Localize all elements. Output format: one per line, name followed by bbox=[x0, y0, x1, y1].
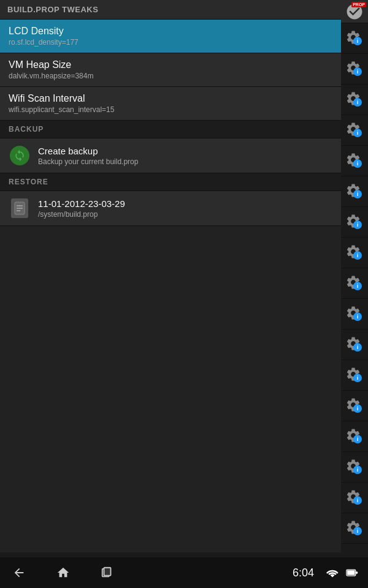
sidebar-gear-7[interactable]: i bbox=[341, 207, 368, 238]
sidebar-gear-17[interactable]: i bbox=[341, 513, 368, 544]
info-badge-15: i bbox=[353, 466, 362, 474]
menu-item-lcd-density[interactable]: LCD Density ro.sf.lcd_density=177 bbox=[0, 20, 341, 53]
gear-icon-17: i bbox=[345, 519, 364, 538]
backup-text-block: Create backup Backup your current build.… bbox=[38, 146, 332, 166]
menu-item-subtitle: dalvik.vm.heapsize=384m bbox=[9, 72, 332, 80]
sidebar-gear-10[interactable]: i bbox=[341, 299, 368, 330]
gear-icon-5: i bbox=[345, 152, 364, 170]
gear-icon-11: i bbox=[345, 336, 364, 354]
info-badge-17: i bbox=[353, 527, 362, 535]
sidebar-gear-11[interactable]: i bbox=[341, 330, 368, 360]
gear-icon-16: i bbox=[345, 489, 364, 507]
gear-icon-10: i bbox=[345, 305, 364, 323]
svg-rect-5 bbox=[104, 568, 111, 576]
gear-icon-9: i bbox=[345, 274, 364, 293]
gear-icon-2: i bbox=[345, 60, 364, 78]
backup-title: Create backup bbox=[38, 146, 332, 156]
app-header: BUILD.PROP TWEAKS bbox=[0, 0, 368, 20]
info-badge-7: i bbox=[353, 221, 362, 229]
create-backup-row[interactable]: Create backup Backup your current build.… bbox=[0, 138, 341, 173]
battery-icon bbox=[346, 568, 358, 578]
gear-icon-3: i bbox=[345, 91, 364, 109]
menu-item-subtitle: ro.sf.lcd_density=177 bbox=[9, 38, 332, 47]
gear-icon-6: i bbox=[345, 183, 364, 201]
backup-icon bbox=[9, 145, 31, 167]
gear-icon-13: i bbox=[345, 397, 364, 415]
sidebar-gear-14[interactable]: i bbox=[341, 421, 368, 452]
nav-bar: 6:04 bbox=[0, 557, 368, 588]
restore-subtitle: /system/build.prop bbox=[38, 210, 332, 219]
gear-icon-1: i bbox=[345, 29, 364, 48]
nav-status-right: 6:04 bbox=[293, 567, 368, 579]
svg-rect-7 bbox=[347, 570, 355, 575]
sidebar-gear-5[interactable]: i bbox=[341, 146, 368, 176]
gear-icon-4: i bbox=[345, 121, 364, 140]
sidebar-gear-2[interactable]: i bbox=[341, 54, 368, 85]
sidebar-gear-12[interactable]: i bbox=[341, 360, 368, 391]
sidebar-gear-1[interactable]: i bbox=[341, 23, 368, 54]
info-badge-5: i bbox=[353, 159, 362, 168]
info-badge-16: i bbox=[353, 496, 362, 505]
info-badge-11: i bbox=[353, 343, 362, 352]
right-sidebar: PROP i i i bbox=[341, 0, 368, 564]
prop-badge: PROP bbox=[351, 2, 366, 7]
backup-section-header: BACKUP bbox=[0, 121, 341, 138]
info-badge-6: i bbox=[353, 190, 362, 198]
sidebar-gear-16[interactable]: i bbox=[341, 483, 368, 513]
sidebar-gear-13[interactable]: i bbox=[341, 391, 368, 421]
info-badge-12: i bbox=[353, 374, 362, 382]
menu-item-subtitle: wifi.supplicant_scan_interval=15 bbox=[9, 105, 332, 114]
time-display: 6:04 bbox=[293, 567, 314, 579]
sidebar-gear-15[interactable]: i bbox=[341, 452, 368, 483]
nav-back-button[interactable] bbox=[12, 566, 26, 579]
info-badge-8: i bbox=[353, 251, 362, 260]
restore-file-row[interactable]: 11-01-2012-23-03-29 /system/build.prop bbox=[0, 191, 341, 226]
app-title: BUILD.PROP TWEAKS bbox=[7, 5, 98, 14]
gear-icon-15: i bbox=[345, 458, 364, 477]
info-badge-4: i bbox=[353, 129, 362, 137]
menu-item-wifi-scan[interactable]: Wifi Scan Interval wifi.supplicant_scan_… bbox=[0, 87, 341, 121]
info-badge-10: i bbox=[353, 312, 362, 321]
wifi-icon bbox=[326, 568, 339, 578]
info-badge: i bbox=[353, 37, 362, 45]
svg-rect-8 bbox=[356, 571, 358, 573]
gear-icon-7: i bbox=[345, 213, 364, 232]
backup-subtitle: Backup your current build.prop bbox=[38, 157, 332, 166]
restore-text-block: 11-01-2012-23-03-29 /system/build.prop bbox=[38, 198, 332, 219]
sidebar-gear-6[interactable]: i bbox=[341, 176, 368, 207]
sidebar-gear-4[interactable]: i bbox=[341, 115, 368, 146]
info-badge-3: i bbox=[353, 98, 362, 107]
gear-icon-12: i bbox=[345, 366, 364, 385]
sidebar-gear-3[interactable]: i bbox=[341, 85, 368, 115]
sidebar-gear-8[interactable]: i bbox=[341, 238, 368, 268]
main-content: LCD Density ro.sf.lcd_density=177 VM Hea… bbox=[0, 20, 341, 552]
gear-icon-8: i bbox=[345, 244, 364, 262]
nav-home-button[interactable] bbox=[56, 566, 70, 579]
info-badge-2: i bbox=[353, 67, 362, 76]
info-badge-13: i bbox=[353, 404, 362, 413]
sidebar-prop-item[interactable]: PROP bbox=[341, 0, 368, 23]
gear-icon-14: i bbox=[345, 428, 364, 446]
menu-item-title: LCD Density bbox=[9, 26, 332, 37]
restore-title: 11-01-2012-23-03-29 bbox=[38, 198, 332, 209]
sidebar-gear-9[interactable]: i bbox=[341, 268, 368, 299]
restore-icon bbox=[9, 197, 31, 219]
restore-section-header: RESTORE bbox=[0, 173, 341, 191]
info-badge-9: i bbox=[353, 282, 362, 290]
nav-buttons-left bbox=[0, 566, 293, 579]
info-badge-14: i bbox=[353, 435, 362, 443]
menu-item-title: VM Heap Size bbox=[9, 59, 332, 70]
menu-item-title: Wifi Scan Interval bbox=[9, 93, 332, 104]
menu-item-vm-heap[interactable]: VM Heap Size dalvik.vm.heapsize=384m bbox=[0, 53, 341, 87]
nav-recents-button[interactable] bbox=[101, 566, 114, 579]
